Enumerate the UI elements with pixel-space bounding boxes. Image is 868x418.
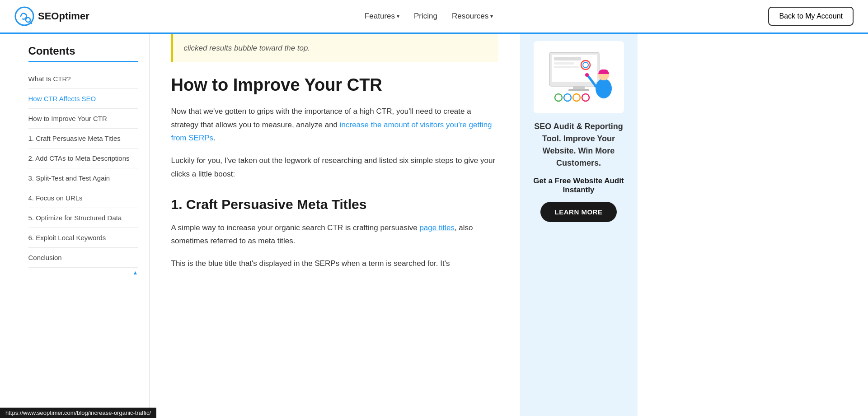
logo-text: SEOptimer [38,10,89,22]
main-nav: Features Pricing Resources [365,12,493,21]
svg-rect-5 [554,57,581,60]
learn-more-button[interactable]: LEARN MORE [540,202,617,222]
sidebar-item-craft-meta-titles[interactable]: 1. Craft Persuasive Meta Titles [28,129,138,149]
sidebar-item-what-is-ctr[interactable]: What Is CTR? [28,69,138,89]
ad-svg [536,43,622,111]
para3-text-before: A simple way to increase your organic se… [171,223,420,232]
contents-sidebar: Contents What Is CTR? How CTR Affects SE… [14,34,150,416]
sidebar-item-how-to-improve[interactable]: How to Improve Your CTR [28,109,138,129]
svg-point-14 [585,73,589,77]
article-para-4: This is the blue title that's displayed … [171,257,498,270]
logo-icon [14,6,34,26]
sidebar-item-exploit-local[interactable]: 6. Exploit Local Keywords [28,228,138,248]
sidebar-item-focus-urls[interactable]: 4. Focus on URLs [28,188,138,208]
back-to-account-button[interactable]: Back to My Account [768,7,854,26]
main-article: clicked results bubble toward the top. H… [150,34,520,416]
callout-text: clicked results bubble toward the top. [184,44,310,52]
sidebar-item-add-ctas[interactable]: 2. Add CTAs to Meta Descriptions [28,149,138,168]
article-heading-1: How to Improve Your CTR [171,75,498,96]
sidebar-item-split-test[interactable]: 3. Split-Test and Test Again [28,168,138,188]
svg-point-17 [573,94,580,101]
svg-rect-7 [554,66,579,68]
sidebar-list: What Is CTR? How CTR Affects SEO How to … [28,69,138,268]
article-para-3: A simple way to increase your organic se… [171,221,498,248]
ad-cta-text: Get a Free Website Audit Instantly [527,176,630,195]
para1-text-after: . [213,134,216,142]
ad-description: SEO Audit & Reporting Tool. Improve Your… [527,121,630,169]
svg-rect-10 [573,86,585,89]
nav-resources[interactable]: Resources [452,12,493,21]
page-layout: Contents What Is CTR? How CTR Affects SE… [14,34,854,416]
status-bar: https://www.seoptimer.com/blog/increase-… [0,408,156,416]
para3-link[interactable]: page titles [419,223,455,232]
nav-features[interactable]: Features [365,12,399,21]
site-header: SEOptimer Features Pricing Resources Bac… [0,0,868,34]
ad-illustration [534,41,624,113]
sidebar-item-structured-data[interactable]: 5. Optimize for Structured Data [28,208,138,228]
scroll-indicator: ▲ [28,269,138,276]
svg-point-18 [582,94,589,101]
article-para-1: Now that we've gotten to grips with the … [171,105,498,145]
article-heading-2: 1. Craft Persuasive Meta Titles [171,195,498,213]
ad-panel: SEO Audit & Reporting Tool. Improve Your… [520,34,638,416]
nav-pricing[interactable]: Pricing [414,12,437,21]
logo[interactable]: SEOptimer [14,6,89,26]
svg-rect-6 [554,62,574,65]
article-para-2: Luckily for you, I've taken out the legw… [171,154,498,181]
svg-point-16 [564,94,571,101]
sidebar-item-how-ctr-affects-seo[interactable]: How CTR Affects SEO [28,89,138,109]
sidebar-title: Contents [28,45,138,62]
svg-point-12 [596,79,612,98]
sidebar-item-conclusion[interactable]: Conclusion [28,248,138,268]
callout-block: clicked results bubble toward the top. [171,34,498,62]
svg-point-15 [555,94,562,101]
svg-rect-11 [568,89,589,91]
